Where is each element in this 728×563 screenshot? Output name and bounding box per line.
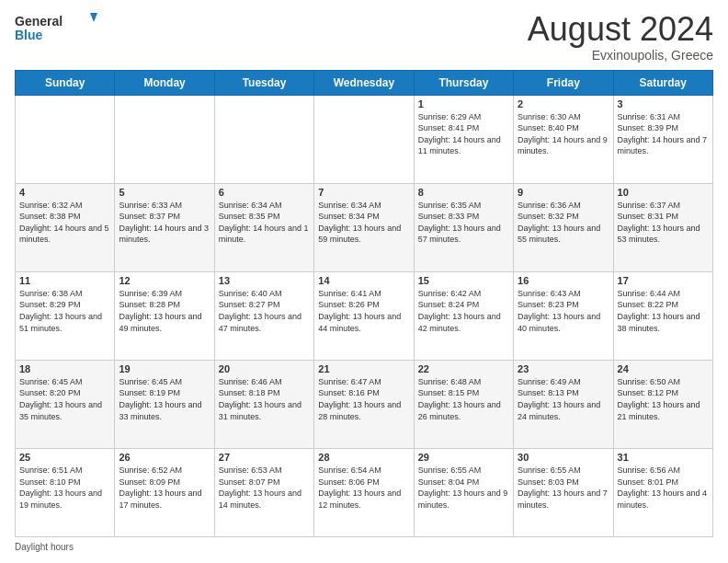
day-info: Sunrise: 6:33 AM Sunset: 8:37 PM Dayligh… <box>119 200 210 246</box>
day-info: Sunrise: 6:52 AM Sunset: 8:09 PM Dayligh… <box>119 465 210 511</box>
day-number: 30 <box>518 452 609 463</box>
calendar-week-4: 18Sunrise: 6:45 AM Sunset: 8:20 PM Dayli… <box>16 360 713 448</box>
calendar-cell-2-5: 8Sunrise: 6:35 AM Sunset: 8:33 PM Daylig… <box>414 183 513 271</box>
day-info: Sunrise: 6:43 AM Sunset: 8:23 PM Dayligh… <box>518 288 609 334</box>
calendar-cell-1-1 <box>16 95 115 183</box>
day-info: Sunrise: 6:45 AM Sunset: 8:20 PM Dayligh… <box>19 376 110 422</box>
day-number: 31 <box>618 452 709 463</box>
day-number: 5 <box>119 187 210 198</box>
calendar-cell-1-3 <box>214 95 313 183</box>
day-info: Sunrise: 6:39 AM Sunset: 8:28 PM Dayligh… <box>119 288 210 334</box>
day-info: Sunrise: 6:37 AM Sunset: 8:31 PM Dayligh… <box>618 200 709 246</box>
logo: General Blue <box>15 11 97 44</box>
day-number: 3 <box>618 98 709 109</box>
day-info: Sunrise: 6:30 AM Sunset: 8:40 PM Dayligh… <box>518 111 609 157</box>
day-info: Sunrise: 6:47 AM Sunset: 8:16 PM Dayligh… <box>318 376 409 422</box>
calendar-cell-3-2: 12Sunrise: 6:39 AM Sunset: 8:28 PM Dayli… <box>115 271 214 360</box>
title-block: August 2024 Evxinoupolis, Greece <box>528 11 713 63</box>
month-title: August 2024 <box>528 11 713 48</box>
calendar-header-wednesday: Wednesday <box>314 70 414 95</box>
day-info: Sunrise: 6:55 AM Sunset: 8:03 PM Dayligh… <box>518 465 609 511</box>
calendar-cell-5-7: 31Sunrise: 6:56 AM Sunset: 8:01 PM Dayli… <box>613 448 712 536</box>
day-info: Sunrise: 6:40 AM Sunset: 8:27 PM Dayligh… <box>219 288 310 334</box>
day-number: 27 <box>219 452 310 463</box>
day-number: 1 <box>418 98 509 109</box>
calendar-week-1: 1Sunrise: 6:29 AM Sunset: 8:41 PM Daylig… <box>16 95 713 183</box>
calendar-cell-5-6: 30Sunrise: 6:55 AM Sunset: 8:03 PM Dayli… <box>514 448 613 536</box>
day-info: Sunrise: 6:55 AM Sunset: 8:04 PM Dayligh… <box>418 465 509 511</box>
calendar-cell-3-5: 15Sunrise: 6:42 AM Sunset: 8:24 PM Dayli… <box>414 271 513 360</box>
day-number: 11 <box>19 275 110 286</box>
calendar-cell-1-2 <box>115 95 214 183</box>
day-info: Sunrise: 6:45 AM Sunset: 8:19 PM Dayligh… <box>119 376 210 422</box>
calendar-cell-5-2: 26Sunrise: 6:52 AM Sunset: 8:09 PM Dayli… <box>115 448 214 536</box>
day-number: 26 <box>119 452 210 463</box>
calendar-cell-5-1: 25Sunrise: 6:51 AM Sunset: 8:10 PM Dayli… <box>16 448 115 536</box>
day-number: 29 <box>418 452 509 463</box>
calendar-cell-3-1: 11Sunrise: 6:38 AM Sunset: 8:29 PM Dayli… <box>16 271 115 360</box>
calendar-cell-4-2: 19Sunrise: 6:45 AM Sunset: 8:19 PM Dayli… <box>115 360 214 448</box>
day-number: 6 <box>219 187 310 198</box>
calendar-cell-4-7: 24Sunrise: 6:50 AM Sunset: 8:12 PM Dayli… <box>613 360 712 448</box>
day-number: 4 <box>19 187 110 198</box>
calendar-cell-3-3: 13Sunrise: 6:40 AM Sunset: 8:27 PM Dayli… <box>214 271 313 360</box>
calendar-cell-5-4: 28Sunrise: 6:54 AM Sunset: 8:06 PM Dayli… <box>314 448 414 536</box>
calendar-cell-3-7: 17Sunrise: 6:44 AM Sunset: 8:22 PM Dayli… <box>613 271 712 360</box>
day-number: 20 <box>219 363 310 374</box>
day-info: Sunrise: 6:34 AM Sunset: 8:34 PM Dayligh… <box>318 200 409 246</box>
logo-icon: General Blue <box>15 11 97 44</box>
calendar-cell-4-5: 22Sunrise: 6:48 AM Sunset: 8:15 PM Dayli… <box>414 360 513 448</box>
day-info: Sunrise: 6:44 AM Sunset: 8:22 PM Dayligh… <box>618 288 709 334</box>
day-number: 16 <box>518 275 609 286</box>
day-number: 14 <box>318 275 409 286</box>
calendar-header-monday: Monday <box>115 70 214 95</box>
day-info: Sunrise: 6:29 AM Sunset: 8:41 PM Dayligh… <box>418 111 509 157</box>
svg-marker-2 <box>90 13 97 22</box>
day-number: 13 <box>219 275 310 286</box>
day-number: 22 <box>418 363 509 374</box>
day-info: Sunrise: 6:49 AM Sunset: 8:13 PM Dayligh… <box>518 376 609 422</box>
calendar-cell-2-3: 6Sunrise: 6:34 AM Sunset: 8:35 PM Daylig… <box>214 183 313 271</box>
calendar-cell-3-4: 14Sunrise: 6:41 AM Sunset: 8:26 PM Dayli… <box>314 271 414 360</box>
calendar-header-saturday: Saturday <box>613 70 712 95</box>
calendar-cell-4-4: 21Sunrise: 6:47 AM Sunset: 8:16 PM Dayli… <box>314 360 414 448</box>
day-info: Sunrise: 6:50 AM Sunset: 8:12 PM Dayligh… <box>618 376 709 422</box>
calendar-header-sunday: Sunday <box>16 70 115 95</box>
day-number: 8 <box>418 187 509 198</box>
calendar-cell-4-3: 20Sunrise: 6:46 AM Sunset: 8:18 PM Dayli… <box>214 360 313 448</box>
day-info: Sunrise: 6:34 AM Sunset: 8:35 PM Dayligh… <box>219 200 310 246</box>
day-number: 10 <box>618 187 709 198</box>
header: General Blue August 2024 Evxinoupolis, G… <box>15 11 713 63</box>
page: General Blue August 2024 Evxinoupolis, G… <box>0 0 728 563</box>
day-number: 28 <box>318 452 409 463</box>
day-number: 17 <box>618 275 709 286</box>
day-info: Sunrise: 6:36 AM Sunset: 8:32 PM Dayligh… <box>518 200 609 246</box>
calendar-week-3: 11Sunrise: 6:38 AM Sunset: 8:29 PM Dayli… <box>16 271 713 360</box>
calendar-cell-4-6: 23Sunrise: 6:49 AM Sunset: 8:13 PM Dayli… <box>514 360 613 448</box>
calendar-cell-2-1: 4Sunrise: 6:32 AM Sunset: 8:38 PM Daylig… <box>16 183 115 271</box>
calendar-cell-5-5: 29Sunrise: 6:55 AM Sunset: 8:04 PM Dayli… <box>414 448 513 536</box>
day-info: Sunrise: 6:38 AM Sunset: 8:29 PM Dayligh… <box>19 288 110 334</box>
calendar-cell-3-6: 16Sunrise: 6:43 AM Sunset: 8:23 PM Dayli… <box>514 271 613 360</box>
day-info: Sunrise: 6:41 AM Sunset: 8:26 PM Dayligh… <box>318 288 409 334</box>
calendar-cell-1-6: 2Sunrise: 6:30 AM Sunset: 8:40 PM Daylig… <box>514 95 613 183</box>
calendar-cell-2-6: 9Sunrise: 6:36 AM Sunset: 8:32 PM Daylig… <box>514 183 613 271</box>
day-number: 18 <box>19 363 110 374</box>
calendar-cell-1-4 <box>314 95 414 183</box>
svg-text:Blue: Blue <box>15 28 43 42</box>
calendar-header-friday: Friday <box>514 70 613 95</box>
day-number: 19 <box>119 363 210 374</box>
day-info: Sunrise: 6:32 AM Sunset: 8:38 PM Dayligh… <box>19 200 110 246</box>
day-info: Sunrise: 6:35 AM Sunset: 8:33 PM Dayligh… <box>418 200 509 246</box>
calendar-header-tuesday: Tuesday <box>214 70 313 95</box>
calendar-week-5: 25Sunrise: 6:51 AM Sunset: 8:10 PM Dayli… <box>16 448 713 536</box>
day-number: 12 <box>119 275 210 286</box>
footer: Daylight hours <box>15 542 713 552</box>
day-number: 21 <box>318 363 409 374</box>
calendar-cell-2-2: 5Sunrise: 6:33 AM Sunset: 8:37 PM Daylig… <box>115 183 214 271</box>
day-info: Sunrise: 6:48 AM Sunset: 8:15 PM Dayligh… <box>418 376 509 422</box>
day-info: Sunrise: 6:53 AM Sunset: 8:07 PM Dayligh… <box>219 465 310 511</box>
calendar-cell-2-4: 7Sunrise: 6:34 AM Sunset: 8:34 PM Daylig… <box>314 183 414 271</box>
day-number: 23 <box>518 363 609 374</box>
calendar-cell-5-3: 27Sunrise: 6:53 AM Sunset: 8:07 PM Dayli… <box>214 448 313 536</box>
